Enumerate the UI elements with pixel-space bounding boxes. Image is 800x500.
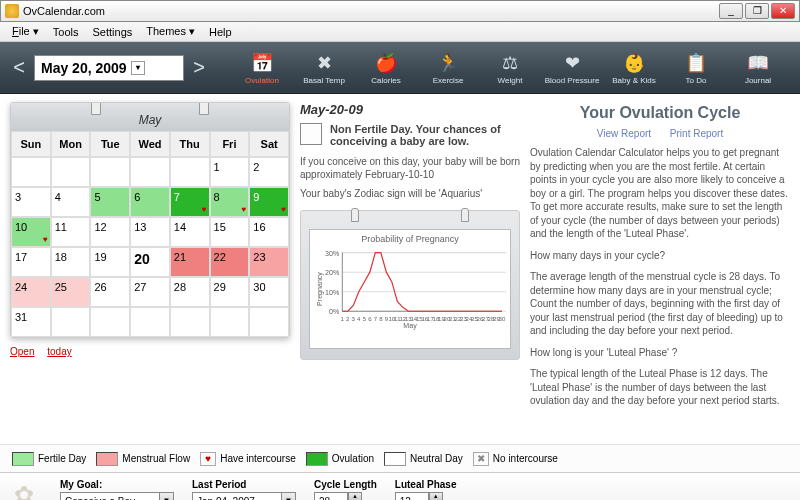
calendar-day-cell[interactable]: 11 (51, 217, 91, 247)
calendar-day-cell[interactable]: 17 (11, 247, 51, 277)
calendar-day-cell[interactable]: 7♥ (170, 187, 210, 217)
tool-calories[interactable]: 🍎Calories (358, 50, 414, 85)
calendar-day-cell[interactable]: 18 (51, 247, 91, 277)
basal-icon: ✖ (309, 50, 339, 76)
tool-baby[interactable]: 👶Baby & Kids (606, 50, 662, 85)
goal-select[interactable]: ▼ (60, 492, 174, 500)
date-next-button[interactable]: > (188, 53, 210, 83)
date-prev-button[interactable]: < (8, 53, 30, 83)
calendar-day-cell[interactable]: 25 (51, 277, 91, 307)
minimize-button[interactable]: _ (719, 3, 743, 19)
calendar-day-cell[interactable]: 24 (11, 277, 51, 307)
calendar-day-cell[interactable]: 21 (170, 247, 210, 277)
calendar-day-cell (90, 307, 130, 337)
cycle-length-spinner[interactable]: ▲▼ (314, 492, 377, 500)
calendar-today-link[interactable]: today (47, 346, 71, 357)
calendar-dow-header: Wed (130, 131, 170, 157)
info-p1: Ovulation Calendar Calculator helps you … (530, 146, 790, 241)
calendar-day-cell (249, 307, 289, 337)
view-report-link[interactable]: View Report (597, 128, 651, 139)
calendar-day-cell[interactable]: 13 (130, 217, 170, 247)
window-titlebar: OvCalendar.com _ ❐ ✕ (0, 0, 800, 22)
calendar-dow-header: Mon (51, 131, 91, 157)
calendar-day-cell[interactable]: 10♥ (11, 217, 51, 247)
svg-text:5: 5 (363, 316, 367, 322)
date-picker[interactable]: May 20, 2009 ▾ (34, 55, 184, 81)
tool-ovulation[interactable]: 📅Ovulation (234, 50, 290, 85)
calendar-day-cell[interactable]: 22 (210, 247, 250, 277)
tool-weight[interactable]: ⚖Weight (482, 50, 538, 85)
heart-icon: ♥ (281, 205, 286, 214)
baby-icon: 👶 (619, 50, 649, 76)
calendar-day-cell[interactable]: 29 (210, 277, 250, 307)
window-title: OvCalendar.com (23, 5, 719, 17)
spin-up-icon[interactable]: ▲ (348, 492, 362, 500)
calendar-day-cell[interactable]: 9♥ (249, 187, 289, 217)
heart-icon: ♥ (242, 205, 247, 214)
menu-tools[interactable]: Tools (47, 24, 85, 40)
tool-basal[interactable]: ✖Basal Temp (296, 50, 352, 85)
calendar-day-cell[interactable]: 4 (51, 187, 91, 217)
calendar-day-cell[interactable]: 1 (210, 157, 250, 187)
tool-bp[interactable]: ❤Blood Pressure (544, 50, 600, 85)
calendar-day-cell[interactable]: 30 (249, 277, 289, 307)
calendar-day-cell[interactable]: 14 (170, 217, 210, 247)
print-report-link[interactable]: Print Report (670, 128, 723, 139)
calendar-day-cell[interactable]: 8♥ (210, 187, 250, 217)
conception-info: If you conceive on this day, your baby w… (300, 155, 520, 181)
menu-help[interactable]: Help (203, 24, 238, 40)
calendar-day-cell[interactable]: 27 (130, 277, 170, 307)
calories-icon: 🍎 (371, 50, 401, 76)
probability-chart-card: Probability of Pregnancy 0%10%20%30%1234… (300, 210, 520, 360)
legend-menstrual-icon (96, 452, 118, 466)
calendar-day-cell[interactable]: 31 (11, 307, 51, 337)
calendar-day-cell (210, 307, 250, 337)
tool-calendar[interactable]: 🗓Calendar (792, 50, 800, 85)
legend-no-label: No intercourse (493, 453, 558, 464)
todo-icon: 📋 (681, 50, 711, 76)
chevron-down-icon[interactable]: ▼ (282, 492, 296, 500)
svg-text:20%: 20% (325, 269, 340, 276)
calendar-day-cell[interactable]: 2 (249, 157, 289, 187)
calendar-day-cell[interactable]: 5 (90, 187, 130, 217)
menu-themes[interactable]: Themes ▾ (140, 23, 201, 40)
date-dropdown-icon[interactable]: ▾ (131, 61, 145, 75)
tool-journal[interactable]: 📖Journal (730, 50, 786, 85)
calendar-day-cell[interactable]: 15 (210, 217, 250, 247)
close-button[interactable]: ✕ (771, 3, 795, 19)
tool-exercise[interactable]: 🏃Exercise (420, 50, 476, 85)
svg-text:May: May (403, 322, 417, 330)
maximize-button[interactable]: ❐ (745, 3, 769, 19)
legend-ovulation-label: Ovulation (332, 453, 374, 464)
svg-text:30: 30 (499, 316, 506, 322)
calendar-open-link[interactable]: Open (10, 346, 34, 357)
fertility-indicator-icon (300, 123, 322, 145)
info-q1: How many days in your cycle? (530, 249, 790, 263)
bottom-bar: My Goal: ▼ Last Period ▼ Cycle Length ▲▼… (0, 472, 800, 500)
calendar-day-cell[interactable]: 3 (11, 187, 51, 217)
goal-label: My Goal: (60, 479, 174, 490)
calendar-dow-header: Fri (210, 131, 250, 157)
journal-icon: 📖 (743, 50, 773, 76)
spin-up-icon[interactable]: ▲ (429, 492, 443, 500)
chevron-down-icon[interactable]: ▼ (160, 492, 174, 500)
luteal-phase-spinner[interactable]: ▲▼ (395, 492, 457, 500)
calendar-day-cell[interactable]: 16 (249, 217, 289, 247)
menu-file[interactable]: File ▾ (6, 23, 45, 40)
calendar-day-cell[interactable]: 26 (90, 277, 130, 307)
calendar-day-cell (11, 157, 51, 187)
calendar-day-cell[interactable]: 6 (130, 187, 170, 217)
tool-todo[interactable]: 📋To Do (668, 50, 724, 85)
last-period-select[interactable]: ▼ (192, 492, 296, 500)
zodiac-info: Your baby's Zodiac sign will be 'Aquariu… (300, 187, 520, 200)
heart-icon: ♥ (43, 235, 48, 244)
calendar-day-cell[interactable]: 12 (90, 217, 130, 247)
calendar-day-cell[interactable]: 19 (90, 247, 130, 277)
flower-icon (14, 481, 42, 501)
calendar-day-cell[interactable]: 20 (130, 247, 170, 277)
calendar-day-cell[interactable]: 28 (170, 277, 210, 307)
menu-settings[interactable]: Settings (87, 24, 139, 40)
calendar-day-cell[interactable]: 23 (249, 247, 289, 277)
svg-text:0%: 0% (329, 308, 340, 315)
legend-bar: Fertile Day Menstrual Flow ♥Have interco… (0, 444, 800, 472)
